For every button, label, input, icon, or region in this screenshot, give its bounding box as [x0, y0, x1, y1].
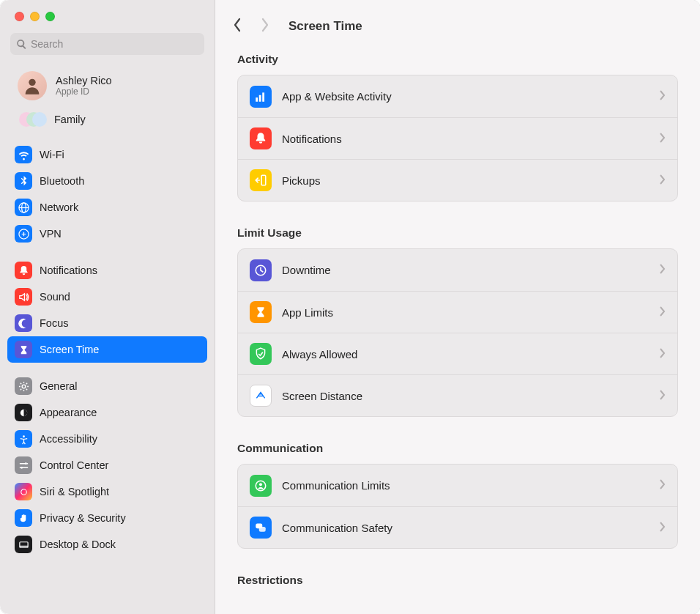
vpn-icon	[15, 225, 32, 243]
main-content: Screen Time Activity App & Website Activ…	[215, 0, 700, 614]
sidebar-item-focus[interactable]: Focus	[7, 310, 207, 336]
sidebar-item-general[interactable]: General	[7, 373, 207, 399]
row-label: Pickups	[282, 174, 649, 187]
appearance-icon	[15, 404, 32, 421]
account-sub: Apple ID	[56, 86, 112, 97]
sidebar-item-screen-time[interactable]: Screen Time	[7, 336, 207, 363]
svg-point-9	[21, 466, 23, 468]
hourglass-icon	[15, 341, 32, 358]
chevron-right-icon	[659, 133, 666, 145]
chevron-right-icon	[659, 90, 666, 103]
svg-point-10	[21, 489, 26, 495]
sidebar-item-sound[interactable]: Sound	[7, 284, 207, 310]
account-name: Ashley Rico	[56, 75, 112, 86]
chevron-right-icon	[659, 264, 666, 276]
sidebar-item-network[interactable]: Network	[7, 194, 207, 221]
family-label: Family	[54, 114, 86, 125]
sidebar-item-label: Appearance	[40, 407, 97, 418]
family-row[interactable]: Family	[0, 106, 215, 137]
sidebar-item-label: Desktop & Dock	[40, 539, 116, 550]
svg-rect-13	[256, 97, 258, 102]
chevron-right-icon	[659, 306, 666, 319]
sidebar-item-label: Focus	[40, 317, 69, 329]
section-limit-usage: Limit Usage Downtime App Limits Always A…	[215, 219, 700, 421]
window-controls	[0, 0, 215, 30]
chevron-right-icon	[659, 348, 666, 360]
svg-point-0	[29, 79, 35, 86]
dock-icon	[15, 536, 32, 553]
minimize-window-button[interactable]	[30, 12, 40, 21]
section-title: Limit Usage	[237, 226, 678, 240]
svg-rect-14	[259, 95, 261, 101]
sidebar-item-label: Screen Time	[40, 344, 99, 355]
sidebar: Ashley Rico Apple ID Family Wi-Fi Blueto…	[0, 0, 215, 614]
system-settings-window: Ashley Rico Apple ID Family Wi-Fi Blueto…	[0, 0, 700, 614]
speaker-icon	[15, 288, 32, 306]
sidebar-item-label: Privacy & Security	[40, 512, 126, 524]
sidebar-item-control-center[interactable]: Control Center	[7, 452, 207, 478]
card-activity: App & Website Activity Notifications Pic…	[237, 75, 678, 201]
sidebar-item-siri-spotlight[interactable]: Siri & Spotlight	[7, 478, 207, 505]
row-pickups[interactable]: Pickups	[238, 159, 677, 201]
distance-icon	[250, 385, 272, 407]
row-app-website-activity[interactable]: App & Website Activity	[238, 75, 677, 117]
sidebar-group-connectivity: Wi-Fi Bluetooth Network VPN	[0, 141, 215, 247]
close-window-button[interactable]	[15, 12, 24, 21]
avatar	[18, 71, 47, 100]
sidebar-item-label: Bluetooth	[40, 175, 84, 187]
search-field[interactable]	[10, 33, 204, 55]
family-icon	[19, 111, 45, 128]
sidebar-item-appearance[interactable]: Appearance	[7, 399, 207, 426]
clock-icon	[250, 259, 272, 281]
row-downtime[interactable]: Downtime	[238, 249, 677, 291]
svg-point-19	[259, 483, 262, 486]
check-shield-icon	[250, 343, 272, 365]
sidebar-item-wifi[interactable]: Wi-Fi	[7, 141, 207, 168]
card-communication: Communication Limits Communication Safet…	[237, 464, 678, 549]
svg-rect-16	[261, 175, 266, 185]
page-title: Screen Time	[288, 19, 362, 34]
sidebar-item-desktop-dock[interactable]: Desktop & Dock	[7, 531, 207, 558]
gear-icon	[15, 377, 32, 395]
svg-point-8	[24, 462, 26, 465]
chevron-right-icon	[659, 522, 666, 534]
row-notifications-activity[interactable]: Notifications	[238, 117, 677, 159]
sidebar-item-notifications[interactable]: Notifications	[7, 257, 207, 284]
chat-bubbles-icon	[250, 517, 272, 539]
sidebar-group-alerts: Notifications Sound Focus Screen Time	[0, 257, 215, 363]
fullscreen-window-button[interactable]	[45, 12, 55, 21]
sidebar-item-label: General	[40, 380, 78, 392]
sidebar-item-privacy-security[interactable]: Privacy & Security	[7, 505, 207, 531]
row-label: Always Allowed	[282, 348, 649, 360]
row-communication-limits[interactable]: Communication Limits	[238, 465, 677, 506]
search-input[interactable]	[31, 38, 198, 50]
moon-icon	[15, 314, 32, 332]
back-button[interactable]	[231, 18, 243, 35]
sidebar-item-label: Notifications	[40, 265, 97, 276]
sidebar-item-label: Wi-Fi	[40, 149, 64, 160]
hand-icon	[15, 509, 32, 527]
row-app-limits[interactable]: App Limits	[238, 291, 677, 333]
row-label: App & Website Activity	[282, 90, 649, 103]
forward-button[interactable]	[259, 18, 271, 35]
sidebar-item-vpn[interactable]: VPN	[7, 221, 207, 247]
sidebar-item-accessibility[interactable]: Accessibility	[7, 426, 207, 452]
row-label: Communication Safety	[282, 522, 649, 534]
section-title: Activity	[237, 53, 678, 66]
row-label: Notifications	[282, 133, 649, 145]
row-communication-safety[interactable]: Communication Safety	[238, 506, 677, 548]
row-label: Communication Limits	[282, 479, 649, 492]
chevron-right-icon	[659, 390, 666, 402]
row-label: Screen Distance	[282, 390, 649, 402]
bluetooth-icon	[15, 172, 32, 190]
row-screen-distance[interactable]: Screen Distance	[238, 374, 677, 416]
svg-rect-21	[259, 527, 266, 532]
sliders-icon	[15, 456, 32, 474]
sidebar-group-system: General Appearance Accessibility Control…	[0, 373, 215, 558]
row-always-allowed[interactable]: Always Allowed	[238, 333, 677, 374]
bell-icon	[250, 127, 272, 149]
wifi-icon	[15, 146, 32, 163]
apple-id-row[interactable]: Ashley Rico Apple ID	[0, 64, 215, 106]
sidebar-item-bluetooth[interactable]: Bluetooth	[7, 168, 207, 194]
section-title: Restrictions	[237, 574, 678, 587]
